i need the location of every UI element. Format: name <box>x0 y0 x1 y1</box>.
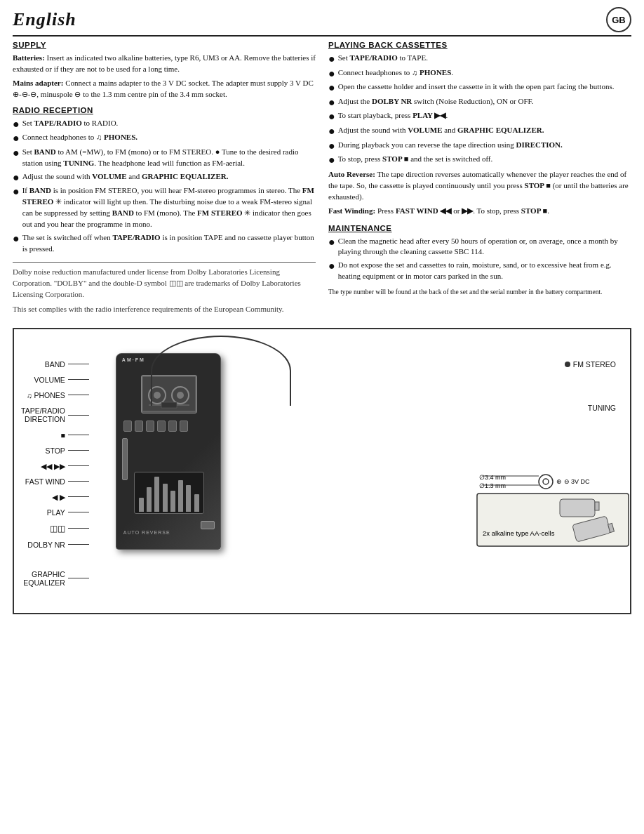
play-text-8: To stop, press STOP ■ and the set is swi… <box>338 154 631 165</box>
right-device-labels: FM STEREO TUNING <box>565 360 616 412</box>
btn-6[interactable] <box>180 421 188 432</box>
btn-4[interactable] <box>157 421 166 432</box>
radio-item-6: ● The set is switched off when TAPE/RADI… <box>13 232 316 255</box>
radio-text-1: Set TAPE/RADIO to RADIO. <box>22 118 316 129</box>
bullet-dot: ● <box>328 53 335 65</box>
play-item-1: ● Set TAPE/RADIO to TAPE. <box>328 53 631 65</box>
right-column: PLAYING BACK CASSETTES ● Set TAPE/RADIO … <box>328 41 631 318</box>
label-line <box>68 379 89 380</box>
label-line <box>68 528 89 529</box>
bullet-dot: ● <box>13 232 20 245</box>
compliance-note: This set complies with the radio interfe… <box>13 304 316 315</box>
bullet-dot: ● <box>13 185 20 198</box>
auto-reverse-label: Auto Reverse: <box>328 170 375 178</box>
maint-item-2: ● Do not expose the set and cassettes to… <box>328 260 631 282</box>
eq-bar-6 <box>178 480 183 512</box>
svg-rect-15 <box>560 499 595 517</box>
left-labels: BAND VOLUME ♫ PHONES TAPE/RADIODIRECTION… <box>21 339 89 594</box>
radio-text-6: The set is switched off when TAPE/RADIO … <box>22 232 316 255</box>
label-phones: ♫ PHONES <box>27 391 89 399</box>
play-item-4: ● Adjust the DOLBY NR switch (Noise Redu… <box>328 96 631 109</box>
play-item-6: ● Adjust the sound with VOLUME and GRAPH… <box>328 125 631 138</box>
label-line <box>68 544 89 545</box>
maintenance-title: MAINTENANCE <box>328 224 631 232</box>
dolby-switch[interactable] <box>201 521 215 529</box>
bullet-dot: ● <box>328 110 335 123</box>
headphone-arc <box>151 336 291 406</box>
eq-bar-5 <box>170 491 175 512</box>
left-column: SUPPLY Batteries: Insert as indicated tw… <box>13 41 316 318</box>
buttons-row <box>123 421 188 432</box>
label-line <box>68 496 89 497</box>
mains-para: Mains adapter: Connect a mains adapter t… <box>13 78 316 100</box>
btn-2[interactable] <box>135 421 143 432</box>
auto-reverse-para: Auto Reverse: The tape direction reverse… <box>328 169 631 203</box>
label-dolby-symbol: ◫◫ <box>50 524 89 534</box>
bullet-dot: ● <box>328 154 335 166</box>
play-text-2: Connect headphones to ♫ PHONES. <box>338 67 631 79</box>
play-item-7: ● During playback you can reverse the ta… <box>328 140 631 152</box>
bullet-dot: ● <box>13 118 20 131</box>
bullet-dot: ● <box>328 260 335 272</box>
maintenance-section: MAINTENANCE ● Clean the magnetic head af… <box>328 224 631 298</box>
play-item-8: ● To stop, press STOP ■ and the set is s… <box>328 154 631 166</box>
btn-1[interactable] <box>123 421 132 432</box>
bullet-dot: ● <box>328 125 335 138</box>
label-line <box>68 415 89 416</box>
diagram-section: BAND VOLUME ♫ PHONES TAPE/RADIODIRECTION… <box>13 328 631 614</box>
radio-text-4: Adjust the sound with VOLUME and GRAPHIC… <box>22 171 316 183</box>
radio-text-5: If BAND is in position FM STEREO, you wi… <box>22 185 316 230</box>
bullet-dot: ● <box>328 140 335 152</box>
label-line <box>68 364 89 364</box>
svg-text:∅3.4 mm: ∅3.4 mm <box>479 474 506 481</box>
btn-5[interactable] <box>168 421 177 432</box>
fast-winding-label: Fast Winding: <box>328 206 375 215</box>
bullet-dot: ● <box>328 81 335 94</box>
radio-title: RADIO RECEPTION <box>13 106 316 114</box>
maint-text-2: Do not expose the set and cassettes to r… <box>338 260 631 282</box>
eq-bar-7 <box>186 485 191 512</box>
svg-rect-16 <box>595 502 599 510</box>
main-content: SUPPLY Batteries: Insert as indicated tw… <box>13 41 631 318</box>
batteries-para: Batteries: Insert as indicated two alkal… <box>13 53 316 75</box>
fast-winding-para: Fast Winding: Press FAST WIND ◀◀ or ▶▶. … <box>328 206 631 217</box>
btn-3[interactable] <box>146 421 154 432</box>
label-play: PLAY <box>47 508 89 517</box>
label-eq: GRAPHICEQUALIZER <box>23 570 89 587</box>
svg-text:2x alkaline type AA-cells: 2x alkaline type AA-cells <box>483 529 555 537</box>
label-line <box>68 465 89 466</box>
play-text-5: To start playback, press PLAY ▶◀. <box>338 110 631 121</box>
device-band-label: AM·FM <box>122 357 145 362</box>
svg-point-10 <box>543 479 549 484</box>
radio-text-2: Connect headphones to ♫ PHONES. <box>22 132 316 143</box>
batteries-text: Insert as indicated two alkaline batteri… <box>13 53 316 73</box>
svg-point-9 <box>539 475 553 489</box>
label-line <box>68 512 89 512</box>
play-item-3: ● Open the cassette holder and insert th… <box>328 81 631 94</box>
volume-slider[interactable] <box>122 438 128 480</box>
radio-item-5: ● If BAND is in position FM STEREO, you … <box>13 185 316 230</box>
maint-item-1: ● Clean the magnetic head after every 50… <box>328 236 631 258</box>
eq-bar-3 <box>154 477 159 512</box>
eq-bar-1 <box>139 498 144 512</box>
note-box: Dolby noise reduction manufactured under… <box>13 262 316 315</box>
svg-text:⊕ ⊖  3V DC: ⊕ ⊖ 3V DC <box>556 478 590 485</box>
bullet-dot: ● <box>328 96 335 109</box>
svg-text:∅1.3 mm: ∅1.3 mm <box>479 482 506 489</box>
radio-item-4: ● Adjust the sound with VOLUME and GRAPH… <box>13 171 316 184</box>
play-text-4: Adjust the DOLBY NR switch (Noise Reduct… <box>338 96 631 107</box>
label-fast-wind-symbols: ◀◀ ▶▶ <box>41 462 89 470</box>
label-line <box>68 481 89 482</box>
label-stop: STOP <box>45 446 88 455</box>
page-title: English <box>13 9 76 30</box>
battery-svg: ∅3.4 mm ∅1.3 mm ⊕ ⊖ 3V DC <box>476 471 630 548</box>
label-line <box>68 578 89 578</box>
eq-bar-4 <box>163 484 168 512</box>
label-stop-symbol: ■ <box>60 431 88 439</box>
auto-reverse-device-label: AUTO REVERSE <box>123 530 170 535</box>
bullet-dot: ● <box>328 67 335 80</box>
label-line <box>68 435 89 435</box>
fast-winding-text: Press FAST WIND ◀◀ or ▶▶. To stop, press… <box>377 206 549 215</box>
page-header: English GB <box>13 7 631 37</box>
label-play-symbols: ◀ ▶ <box>52 493 89 501</box>
